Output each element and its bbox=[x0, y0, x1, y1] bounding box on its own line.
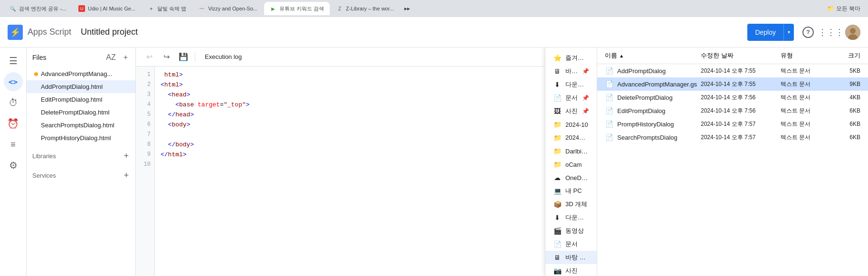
bookmarks-button[interactable]: 📁 모든 북마 bbox=[823, 5, 864, 13]
app-container: ⚡ Apps Script Untitled project Deploy ▾ … bbox=[0, 17, 868, 276]
save-button[interactable]: 💾 bbox=[176, 49, 191, 65]
nav-item-downloads2[interactable]: ⬇다운로드 bbox=[545, 211, 597, 224]
line-number-6: 6 bbox=[136, 120, 154, 130]
file-name: AdvancedPromptManag... bbox=[41, 70, 130, 77]
explorer-file-row-ef1[interactable]: 📄AddPromptDialog2024-10-14 오후 7:55텍스트 문서… bbox=[597, 64, 868, 77]
sort-name-icon[interactable]: ▲ bbox=[619, 53, 624, 58]
file-item-f2[interactable]: AddPromptDialog.html bbox=[27, 80, 135, 93]
nav-item-favorites[interactable]: ⭐즐겨찾기 bbox=[545, 51, 597, 65]
deploy-button[interactable]: Deploy ▾ bbox=[747, 24, 794, 41]
code-line-2: <html> bbox=[161, 80, 539, 90]
explorer-file-name: EditPromptDialog bbox=[617, 107, 697, 114]
file-item-f4[interactable]: DeletePromptDialog.html bbox=[27, 106, 135, 119]
deploy-label: Deploy bbox=[747, 24, 784, 41]
sidebar-list-button[interactable]: ≡ bbox=[4, 135, 23, 154]
nav-item-darlbit[interactable]: 📁Darlbit_Prompt_Arc bbox=[545, 144, 597, 158]
execution-log-button[interactable]: Execution log bbox=[199, 49, 248, 65]
file-name: DeletePromptDialog.html bbox=[41, 109, 130, 116]
sidebar-trigger-button[interactable]: ⏰ bbox=[4, 114, 23, 133]
svg-point-3 bbox=[850, 28, 856, 34]
tab-4-label: Vizzy and Open-So... bbox=[208, 6, 258, 11]
explorer-file-size: 6KB bbox=[832, 134, 860, 141]
list-icon: ≡ bbox=[10, 140, 16, 150]
nav-label-ocam: oCam bbox=[565, 161, 589, 168]
tab-2[interactable]: U Udio | AI Music Ge... bbox=[73, 2, 141, 15]
nav-item-y2024-09[interactable]: 📁2024년 9월 모링 고 bbox=[545, 131, 597, 144]
file-name: SearchPromptsDialog.html bbox=[41, 122, 130, 129]
sidebar-code-button[interactable]: <> bbox=[4, 72, 23, 91]
explorer-file-row-ef6[interactable]: 📄SearchPromptsDialog2024-10-14 오후 7:57텍스… bbox=[597, 131, 868, 144]
nav-item-y2024-10[interactable]: 📁2024-10 bbox=[545, 118, 597, 131]
line-number-4: 4 bbox=[136, 100, 154, 110]
nav-item-downloads[interactable]: ⬇다운로드 bbox=[545, 78, 597, 91]
line-number-5: 5 bbox=[136, 110, 154, 120]
explorer-file-row-ef3[interactable]: 📄DeletePromptDialog2024-10-14 오후 7:56텍스트… bbox=[597, 91, 868, 104]
file-item-f5[interactable]: SearchPromptsDialog.html bbox=[27, 119, 135, 132]
help-button[interactable]: ? bbox=[800, 24, 817, 41]
nav-icon-docs2: 📄 bbox=[553, 240, 562, 248]
line-number-1: 1 bbox=[136, 70, 154, 80]
tab-4[interactable]: 〰 Vizzy and Open-So... bbox=[193, 2, 263, 15]
nav-item-onedrive[interactable]: ☁OneDrive bbox=[545, 171, 597, 184]
nav-item-3d[interactable]: 📦3D 개체 bbox=[545, 198, 597, 211]
sidebar-settings-button[interactable]: ⚙ bbox=[4, 156, 23, 175]
file-item-f1[interactable]: AdvancedPromptManag... bbox=[27, 67, 135, 80]
undo-button[interactable]: ↩ bbox=[142, 49, 157, 65]
nav-label-3d: 3D 개체 bbox=[565, 200, 589, 209]
nav-item-photos[interactable]: 🖼사진📌 bbox=[545, 105, 597, 118]
tab-more-button[interactable]: ▸▸ bbox=[401, 5, 414, 12]
sidebar-history-button[interactable]: ⏱ bbox=[4, 93, 23, 112]
explorer-file-row-ef4[interactable]: 📄EditPromptDialog2024-10-14 오후 7:56텍스트 문… bbox=[597, 104, 868, 117]
nav-label-desktop: 바탕 화면 bbox=[565, 67, 578, 76]
file-explorer: ⭐즐겨찾기🖥바탕 화면📌⬇다운로드📄문서📌🖼사진📌📁2024-10📁2024년 … bbox=[545, 48, 868, 276]
explorer-file-date: 2024-10-14 오후 7:55 bbox=[701, 67, 777, 75]
nav-item-docs2[interactable]: 📄문서 bbox=[545, 238, 597, 251]
nav-item-ocam[interactable]: 📁oCam bbox=[545, 158, 597, 171]
grid-menu-button[interactable]: ⋮⋮⋮ bbox=[822, 24, 839, 41]
avatar[interactable] bbox=[845, 25, 860, 40]
code-line-9: </html> bbox=[161, 150, 539, 160]
settings-icon: ⚙ bbox=[9, 160, 18, 171]
tab-3-label: 달빛 숙제 앱 bbox=[157, 5, 186, 12]
explorer-inner: ⭐즐겨찾기🖥바탕 화면📌⬇다운로드📄문서📌🖼사진📌📁2024-10📁2024년 … bbox=[545, 48, 868, 276]
explorer-files: 이름 ▲ 수정한 날짜 유형 크기 📄AddPromptDia bbox=[597, 48, 868, 276]
code-line-5: </head> bbox=[161, 110, 539, 120]
help-icon: ? bbox=[802, 27, 814, 38]
explorer-file-row-ef5[interactable]: 📄PromptHistoryDialog2024-10-14 오후 7:57텍스… bbox=[597, 117, 868, 131]
code-content[interactable]: html><html> <head> <base target="_top"> … bbox=[155, 67, 545, 276]
nav-icon-favorites: ⭐ bbox=[553, 54, 562, 62]
nav-item-desktop2[interactable]: 🖥바탕 화면 bbox=[545, 251, 597, 264]
tab-1[interactable]: 🔍 검색 엔진에 공유 -... bbox=[4, 2, 72, 15]
files-header: Files AZ + bbox=[27, 48, 135, 67]
save-icon: 💾 bbox=[179, 52, 188, 61]
nav-item-videos[interactable]: 🎬동영상 bbox=[545, 224, 597, 238]
sidebar-menu-button[interactable]: ☰ bbox=[4, 51, 23, 70]
undo-icon: ↩ bbox=[146, 52, 153, 61]
tab-5[interactable]: ▶ 유튜브 키워드 검색 bbox=[264, 2, 330, 15]
sort-az-button[interactable]: AZ bbox=[104, 51, 117, 64]
add-library-button[interactable]: + bbox=[123, 150, 130, 162]
nav-icon-mypc: 💻 bbox=[553, 187, 562, 195]
explorer-file-type: 텍스트 문서 bbox=[781, 67, 828, 75]
explorer-file-icon: 📄 bbox=[605, 120, 613, 128]
file-item-f3[interactable]: EditPromptDialog.html bbox=[27, 93, 135, 106]
explorer-file-row-ef2[interactable]: 📄AdvancedPromptManager.gs2024-10-14 오후 7… bbox=[597, 77, 868, 91]
nav-item-photos2[interactable]: 📷사진 bbox=[545, 264, 597, 276]
nav-icon-onedrive: ☁ bbox=[553, 173, 562, 182]
line-number-10: 10 bbox=[136, 160, 154, 170]
add-file-button[interactable]: + bbox=[122, 51, 130, 64]
line-number-2: 2 bbox=[136, 80, 154, 90]
add-service-button[interactable]: + bbox=[123, 170, 130, 181]
line-numbers: 12345678910 bbox=[136, 67, 155, 276]
tab-3[interactable]: ✦ 달빛 숙제 앱 bbox=[142, 2, 192, 15]
nav-item-mypc[interactable]: 💻내 PC bbox=[545, 184, 597, 198]
nav-item-docs[interactable]: 📄문서📌 bbox=[545, 91, 597, 105]
explorer-file-name: AdvancedPromptManager.gs bbox=[617, 81, 697, 88]
explorer-file-date: 2024-10-14 오후 7:56 bbox=[701, 94, 777, 102]
redo-button[interactable]: ↪ bbox=[159, 49, 174, 65]
nav-item-desktop[interactable]: 🖥바탕 화면📌 bbox=[545, 65, 597, 78]
deploy-dropdown-icon[interactable]: ▾ bbox=[784, 24, 794, 41]
tab-6[interactable]: Z Z-Library – the wor... bbox=[331, 2, 400, 15]
file-item-f6[interactable]: PromptHistoryDialog.html bbox=[27, 132, 135, 144]
code-editor[interactable]: 12345678910 html><html> <head> <base tar… bbox=[136, 67, 545, 276]
